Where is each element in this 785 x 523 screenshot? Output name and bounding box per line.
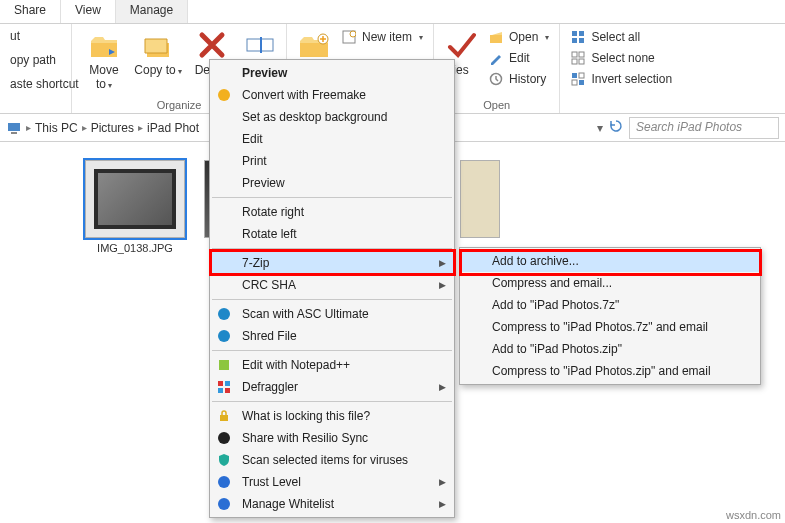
history-icon <box>488 71 504 87</box>
tab-manage[interactable]: Manage <box>116 0 188 23</box>
lock-icon <box>216 408 232 424</box>
svg-rect-26 <box>225 381 230 386</box>
svg-point-23 <box>218 330 230 342</box>
open-icon <box>488 29 504 45</box>
separator <box>212 248 452 249</box>
svg-rect-8 <box>579 31 584 36</box>
svg-rect-27 <box>218 388 223 393</box>
ctx-locking[interactable]: What is locking this file? <box>210 405 454 427</box>
shred-icon <box>216 328 232 344</box>
svg-point-4 <box>350 31 356 37</box>
file-thumbnail-selected[interactable]: IMG_0138.JPG <box>80 160 190 523</box>
svg-point-22 <box>218 308 230 320</box>
ctx-resilio[interactable]: Share with Resilio Sync <box>210 427 454 449</box>
ctx-whitelist[interactable]: Manage Whitelist <box>210 493 454 515</box>
ctx-rotate-left[interactable]: Rotate left <box>210 223 454 245</box>
ctx-notepadpp[interactable]: Edit with Notepad++ <box>210 354 454 376</box>
breadcrumb-item[interactable]: Pictures <box>91 121 134 135</box>
new-folder-icon <box>298 29 330 61</box>
svg-rect-17 <box>572 80 577 85</box>
breadcrumb-item[interactable]: This PC <box>35 121 78 135</box>
ctx-print[interactable]: Print <box>210 150 454 172</box>
ctx-compress-email[interactable]: Compress and email... <box>460 272 760 294</box>
svg-rect-14 <box>579 59 584 64</box>
tab-share[interactable]: Share <box>0 0 61 23</box>
dropdown-arrow-icon[interactable]: ▾ <box>597 121 603 135</box>
svg-rect-29 <box>220 415 228 421</box>
edit-button[interactable]: Edit <box>484 48 553 68</box>
monitor-icon <box>6 120 22 136</box>
ctx-trust-level[interactable]: Trust Level <box>210 471 454 493</box>
ctx-defraggler[interactable]: Defraggler <box>210 376 454 398</box>
history-button[interactable]: History <box>484 69 553 89</box>
new-folder-button[interactable] <box>293 27 335 63</box>
separator <box>212 299 452 300</box>
ctx-edit[interactable]: Edit <box>210 128 454 150</box>
svg-rect-25 <box>218 381 223 386</box>
svg-rect-19 <box>8 123 20 131</box>
ctx-compress-zip-email[interactable]: Compress to "iPad Photos.zip" and email <box>460 360 760 382</box>
svg-rect-20 <box>11 132 17 134</box>
copy-to-label: Copy to▾ <box>134 63 181 77</box>
chevron-right-icon[interactable]: ▸ <box>82 122 87 133</box>
svg-rect-13 <box>572 59 577 64</box>
svg-rect-24 <box>219 360 229 370</box>
notepadpp-icon <box>216 357 232 373</box>
ies-label: ies <box>453 63 468 77</box>
open-group-label: Open <box>440 98 553 112</box>
select-all-button[interactable]: Select all <box>566 27 676 47</box>
svg-point-31 <box>218 476 230 488</box>
separator <box>212 197 452 198</box>
ctx-preview[interactable]: Preview <box>210 62 454 84</box>
folder-arrow-icon <box>88 29 120 61</box>
ctx-scan-asc[interactable]: Scan with ASC Ultimate <box>210 303 454 325</box>
ribbon-group-select: Select all Select none Invert selection <box>560 24 682 113</box>
svg-rect-7 <box>572 31 577 36</box>
ctx-crc-sha[interactable]: CRC SHA <box>210 274 454 296</box>
ctx-scan-virus[interactable]: Scan selected items for viruses <box>210 449 454 471</box>
ctx-preview2[interactable]: Preview <box>210 172 454 194</box>
new-item-button[interactable]: New item▾ <box>337 27 427 47</box>
svg-point-32 <box>218 498 230 510</box>
move-to-label: Move to▾ <box>80 63 128 91</box>
invert-selection-icon <box>570 71 586 87</box>
svg-rect-9 <box>572 38 577 43</box>
move-to-button[interactable]: Move to▾ <box>78 27 130 93</box>
resilio-icon <box>216 430 232 446</box>
rename-button[interactable] <box>240 27 280 63</box>
file-thumbnail-partial[interactable] <box>460 160 500 238</box>
select-none-icon <box>570 50 586 66</box>
breadcrumb-item[interactable]: iPad Phot <box>147 121 199 135</box>
edit-icon <box>488 50 504 66</box>
copy-to-button[interactable]: Copy to▾ <box>132 27 184 79</box>
refresh-icon[interactable] <box>609 119 623 136</box>
chevron-right-icon[interactable]: ▸ <box>138 122 143 133</box>
thumbnail-label: IMG_0138.JPG <box>97 242 173 254</box>
ribbon-group-clipboard: ut opy path aste shortcut <box>0 24 72 113</box>
delete-x-icon <box>196 29 228 61</box>
ctx-add-to-archive[interactable]: Add to archive... <box>460 250 760 272</box>
tab-view[interactable]: View <box>61 0 116 23</box>
whitelist-icon <box>216 496 232 512</box>
invert-selection-button[interactable]: Invert selection <box>566 69 676 89</box>
svg-rect-11 <box>572 52 577 57</box>
ctx-set-wallpaper[interactable]: Set as desktop background <box>210 106 454 128</box>
ctx-convert-freemake[interactable]: Convert with Freemake <box>210 84 454 106</box>
ctx-compress-7z-email[interactable]: Compress to "iPad Photos.7z" and email <box>460 316 760 338</box>
context-menu: Preview Convert with Freemake Set as des… <box>209 59 455 518</box>
ctx-rotate-right[interactable]: Rotate right <box>210 201 454 223</box>
ctx-add-zip[interactable]: Add to "iPad Photos.zip" <box>460 338 760 360</box>
ctx-7zip[interactable]: 7-Zip <box>210 252 454 274</box>
separator <box>212 350 452 351</box>
search-input[interactable]: Search iPad Photos <box>629 117 779 139</box>
select-none-button[interactable]: Select none <box>566 48 676 68</box>
svg-rect-12 <box>579 52 584 57</box>
open-button[interactable]: Open▾ <box>484 27 553 47</box>
ribbon-tabs: Share View Manage <box>0 0 785 24</box>
ctx-add-7z[interactable]: Add to "iPad Photos.7z" <box>460 294 760 316</box>
freemake-icon <box>216 87 232 103</box>
folder-copy-icon <box>142 29 174 61</box>
ctx-shred[interactable]: Shred File <box>210 325 454 347</box>
new-item-icon <box>341 29 357 45</box>
chevron-right-icon[interactable]: ▸ <box>26 122 31 133</box>
